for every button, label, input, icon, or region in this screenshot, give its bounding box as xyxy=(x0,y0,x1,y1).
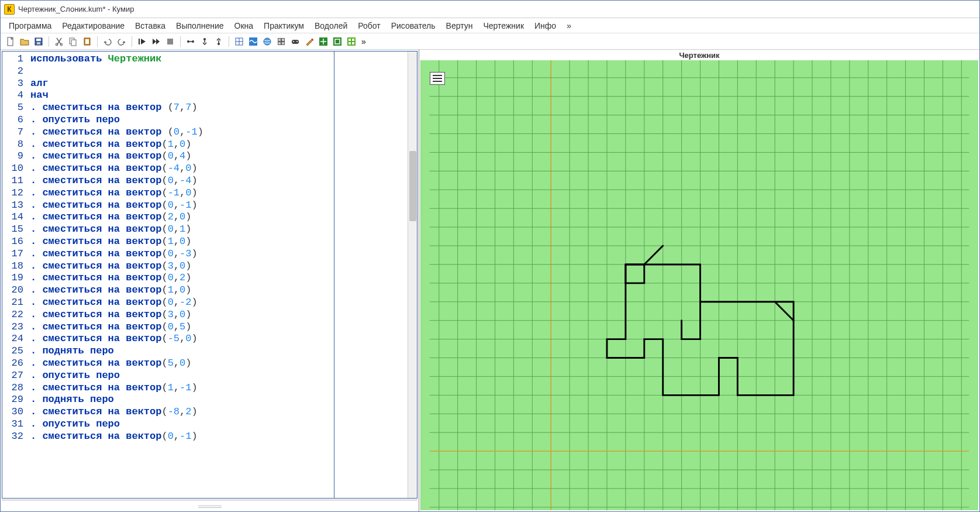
line-number: 27 xyxy=(2,370,23,382)
app-icon: К xyxy=(4,4,15,15)
menu-5[interactable]: Практикум xyxy=(259,19,309,32)
svg-point-12 xyxy=(187,40,189,43)
line-number: 5 xyxy=(2,102,23,114)
redo-icon[interactable] xyxy=(115,35,128,48)
tool-green1-icon[interactable] xyxy=(317,35,330,48)
menu-1[interactable]: Редактирование xyxy=(57,19,129,32)
menu-9[interactable]: Вертун xyxy=(441,19,478,32)
step-into-icon[interactable] xyxy=(198,35,211,48)
code-line[interactable]: . сместиться на вектор(0,5) xyxy=(30,321,408,334)
code-line[interactable]: . сместиться на вектор(-1,0) xyxy=(30,187,408,200)
save-file-icon[interactable] xyxy=(32,35,45,48)
code-line[interactable]: . сместиться на вектор (0,-1) xyxy=(30,126,408,139)
code-line[interactable]: . поднять перо xyxy=(30,345,408,358)
new-file-icon[interactable] xyxy=(4,35,17,48)
menu-12[interactable]: » xyxy=(562,19,576,32)
line-number: 22 xyxy=(2,309,23,321)
code-line[interactable]: . сместиться на вектор(3,0) xyxy=(30,260,408,273)
menu-0[interactable]: Программа xyxy=(4,19,56,32)
svg-rect-2 xyxy=(36,39,41,41)
tool-wave-icon[interactable] xyxy=(247,35,260,48)
drawing-canvas[interactable] xyxy=(420,60,978,510)
code-line[interactable]: . сместиться на вектор(0,-2) xyxy=(30,297,408,309)
cut-icon[interactable] xyxy=(53,35,65,48)
line-number: 18 xyxy=(2,260,23,273)
code-line[interactable]: . сместиться на вектор(0,-1) xyxy=(30,200,408,212)
tool-grid-icon[interactable] xyxy=(233,35,246,48)
code-line[interactable]: . сместиться на вектор(1,0) xyxy=(30,236,408,248)
menu-10[interactable]: Чертежник xyxy=(478,19,529,32)
line-number: 14 xyxy=(2,211,23,224)
tool-green2-icon[interactable] xyxy=(331,35,344,48)
canvas-menu-icon[interactable] xyxy=(430,72,445,85)
code-line[interactable]: алг xyxy=(30,78,408,90)
canvas-pane: Чертежник xyxy=(419,50,979,511)
code-line[interactable]: . сместиться на вектор (7,7) xyxy=(30,102,408,114)
code-line[interactable]: . опустить перо xyxy=(30,114,408,126)
code-line[interactable]: . сместиться на вектор(1,0) xyxy=(30,284,408,297)
code-area[interactable]: использовать Чертежник алгнач. сместитьс… xyxy=(27,51,408,498)
tool-robot-icon[interactable] xyxy=(275,35,288,48)
menu-3[interactable]: Выполнение xyxy=(171,19,228,32)
run-icon[interactable] xyxy=(136,35,149,48)
svg-rect-10 xyxy=(139,39,140,44)
code-line[interactable]: . сместиться на вектор(-4,0) xyxy=(30,163,408,175)
code-line[interactable]: . сместиться на вектор(2,0) xyxy=(30,211,408,224)
code-line[interactable]: . поднять перо xyxy=(30,394,408,406)
menu-8[interactable]: Рисователь xyxy=(387,19,440,32)
tool-globe-icon[interactable] xyxy=(261,35,274,48)
menu-6[interactable]: Водолей xyxy=(310,19,352,32)
toolbar-separator xyxy=(180,36,181,47)
svg-rect-35 xyxy=(352,39,354,41)
line-number: 9 xyxy=(2,150,23,163)
svg-rect-34 xyxy=(348,39,351,41)
code-line[interactable]: . сместиться на вектор(0,-1) xyxy=(30,431,408,443)
code-line[interactable]: нач xyxy=(30,90,408,102)
copy-icon[interactable] xyxy=(67,35,80,48)
vertical-scrollbar[interactable] xyxy=(408,51,417,498)
code-line[interactable] xyxy=(30,66,408,78)
code-line[interactable]: . сместиться на вектор(1,0) xyxy=(30,139,408,151)
line-number: 10 xyxy=(2,163,23,175)
code-line[interactable]: . сместиться на вектор(0,2) xyxy=(30,272,408,284)
resize-grip-icon[interactable] xyxy=(198,506,222,508)
code-editor[interactable]: 1234567891011121314151617181920212223242… xyxy=(2,51,417,499)
code-line[interactable]: . сместиться на вектор(0,-3) xyxy=(30,248,408,260)
svg-rect-37 xyxy=(352,42,354,44)
menu-4[interactable]: Окна xyxy=(230,19,258,32)
code-line[interactable]: . опустить перо xyxy=(30,418,408,431)
menu-2[interactable]: Вставка xyxy=(130,19,170,32)
line-number: 29 xyxy=(2,394,23,406)
svg-rect-11 xyxy=(167,39,173,44)
code-line[interactable]: . сместиться на вектор(-5,0) xyxy=(30,333,408,345)
open-file-icon[interactable] xyxy=(18,35,31,48)
step-out-icon[interactable] xyxy=(212,35,225,48)
menubar: ПрограммаРедактированиеВставкаВыполнение… xyxy=(1,18,979,33)
svg-point-27 xyxy=(293,41,294,42)
titlebar: К Чертежник_Слоник.kum* - Кумир xyxy=(1,1,979,18)
code-line[interactable]: . сместиться на вектор(0,1) xyxy=(30,224,408,236)
run-fast-icon[interactable] xyxy=(150,35,163,48)
svg-rect-23 xyxy=(282,39,284,41)
code-line[interactable]: . сместиться на вектор(3,0) xyxy=(30,309,408,321)
menu-7[interactable]: Робот xyxy=(353,19,385,32)
code-line[interactable]: . сместиться на вектор(0,-4) xyxy=(30,175,408,187)
code-line[interactable]: . сместиться на вектор(1,-1) xyxy=(30,382,408,394)
undo-icon[interactable] xyxy=(101,35,114,48)
tool-paint-icon[interactable] xyxy=(303,35,316,48)
code-line[interactable]: . опустить перо xyxy=(30,370,408,382)
toolbar-overflow[interactable]: » xyxy=(359,37,368,46)
menu-11[interactable]: Инфо xyxy=(530,19,561,32)
stop-icon[interactable] xyxy=(164,35,177,48)
code-line[interactable]: . сместиться на вектор(-8,2) xyxy=(30,406,408,418)
code-line[interactable]: . сместиться на вектор(0,4) xyxy=(30,150,408,163)
step-over-icon[interactable] xyxy=(184,35,197,48)
scrollbar-thumb[interactable] xyxy=(409,151,416,221)
svg-rect-9 xyxy=(85,39,89,44)
tool-gamepad-icon[interactable] xyxy=(289,35,302,48)
code-line[interactable]: использовать Чертежник xyxy=(30,53,408,66)
paste-icon[interactable] xyxy=(81,35,94,48)
tool-green3-icon[interactable] xyxy=(345,35,358,48)
console-panel[interactable] xyxy=(2,500,417,510)
code-line[interactable]: . сместиться на вектор(5,0) xyxy=(30,358,408,370)
